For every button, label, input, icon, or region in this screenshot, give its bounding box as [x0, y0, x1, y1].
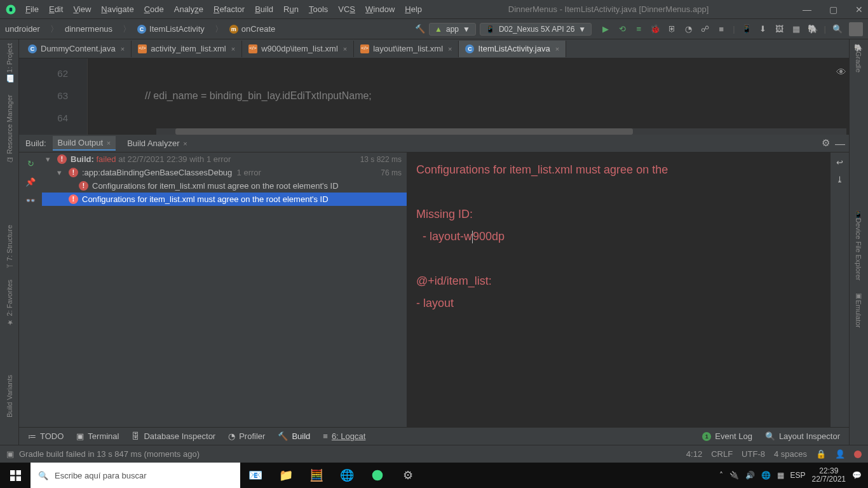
device-selector[interactable]: 📱D02_Nexus 5X API 26▼: [480, 23, 592, 36]
menu-build[interactable]: Build: [255, 4, 273, 14]
close-tab-icon[interactable]: ×: [343, 45, 347, 53]
taskbar-calculator[interactable]: 🧮: [301, 463, 332, 488]
toolwindow-structure[interactable]: ᛘ7: Structure: [6, 225, 13, 268]
tray-volume-icon[interactable]: 🔊: [745, 471, 755, 480]
module-selector[interactable]: ▲app▼: [429, 23, 476, 36]
menu-file[interactable]: File: [25, 4, 39, 14]
start-button[interactable]: [0, 463, 31, 488]
toolwindow-todo[interactable]: ≔ TODO: [28, 431, 64, 441]
attach-debugger-icon[interactable]: ☍: [700, 24, 710, 34]
toolwindow-resource-manager[interactable]: 🗂Resource Manager: [6, 95, 13, 164]
sync-icon[interactable]: 🐘: [808, 24, 818, 34]
menu-analyze[interactable]: Analyze: [174, 4, 203, 14]
filter-icon[interactable]: 👓: [25, 196, 36, 205]
indent-setting[interactable]: 4 spaces: [774, 449, 807, 459]
tab-layout-item-list[interactable]: layout\item_list.xml×: [354, 41, 459, 57]
taskbar-app-other[interactable]: ⚙: [393, 463, 423, 488]
build-task-row[interactable]: ▾ ! :app:dataBindingGenBaseClassesDebug …: [42, 166, 407, 179]
menu-edit[interactable]: Edit: [49, 4, 63, 14]
tray-power-icon[interactable]: 🔌: [729, 471, 739, 480]
menu-help[interactable]: Help: [405, 4, 422, 14]
collapse-icon[interactable]: ▾: [57, 168, 65, 177]
tray-notifications-icon[interactable]: 💬: [852, 471, 862, 480]
line-separator[interactable]: CRLF: [711, 449, 733, 459]
inspection-eye-icon[interactable]: 👁: [836, 61, 846, 83]
build-error-row[interactable]: ! Configurations for item_list.xml must …: [42, 179, 407, 193]
tab-activity-item-list[interactable]: activity_item_list.xml×: [132, 41, 242, 57]
readonly-lock-icon[interactable]: 🔒: [816, 449, 826, 459]
tray-chevron-icon[interactable]: ˄: [719, 471, 723, 480]
menu-refactor[interactable]: Refactor: [214, 4, 245, 14]
taskbar-chrome[interactable]: 🌐: [332, 463, 362, 488]
close-tab-icon[interactable]: ×: [107, 139, 111, 147]
close-tab-icon[interactable]: ×: [555, 45, 559, 53]
toolwindow-event-log[interactable]: 1Event Log: [702, 431, 752, 441]
tab-build-analyzer[interactable]: Build Analyzer ×: [122, 137, 192, 150]
run-icon[interactable]: ▶: [600, 24, 611, 34]
close-button[interactable]: ✕: [855, 4, 863, 15]
tray-clock[interactable]: 22:39 22/7/2021: [812, 467, 846, 484]
close-tab-icon[interactable]: ×: [448, 45, 452, 53]
windows-search[interactable]: 🔍 Escribe aquí para buscar: [31, 463, 240, 488]
sdk-manager-icon[interactable]: ⬇: [758, 24, 768, 34]
breadcrumb-4[interactable]: onCreate: [241, 24, 275, 34]
close-tab-icon[interactable]: ×: [121, 45, 125, 53]
resource-manager-icon[interactable]: 🖼: [775, 24, 785, 34]
search-icon[interactable]: 🔍: [832, 24, 843, 34]
user-avatar[interactable]: [849, 22, 863, 36]
breadcrumb-3[interactable]: ItemListActivity: [149, 24, 205, 34]
menu-view[interactable]: View: [73, 4, 91, 14]
status-icon[interactable]: ▣: [6, 449, 14, 459]
menu-vcs[interactable]: VCS: [338, 4, 355, 14]
breadcrumb-1[interactable]: undroider: [5, 24, 40, 34]
tab-w900dp-item-list[interactable]: w900dp\item_list.xml×: [242, 41, 354, 57]
caret-position[interactable]: 4:12: [686, 449, 702, 459]
toolwindow-favorites[interactable]: ★2: Favorites: [5, 280, 13, 327]
code-editor[interactable]: 62 63 64 👁 // edi_name = binding_bin_lay…: [19, 58, 849, 135]
debug-icon[interactable]: 🐞: [650, 24, 660, 34]
toolwindow-database[interactable]: 🗄 Database Inspector: [132, 431, 215, 441]
toolwindow-profiler[interactable]: ◔ Profiler: [228, 431, 265, 441]
tray-network-icon[interactable]: 🌐: [761, 471, 771, 480]
taskbar-outlook[interactable]: 📧: [240, 463, 271, 488]
scroll-to-end-icon[interactable]: ⤓: [836, 175, 843, 184]
tab-build-output[interactable]: Build Output ×: [53, 136, 116, 151]
coverage-icon[interactable]: ⛨: [667, 24, 677, 34]
file-encoding[interactable]: UTF-8: [742, 449, 765, 459]
maximize-button[interactable]: ▢: [829, 4, 837, 15]
apply-code-icon[interactable]: ≡: [634, 24, 644, 34]
pin-icon[interactable]: 📌: [25, 177, 36, 187]
tray-language[interactable]: ESP: [790, 471, 806, 480]
tray-tiles-icon[interactable]: ▦: [777, 471, 784, 480]
toolwindow-emulator[interactable]: ▣Emulator: [855, 292, 863, 328]
minimize-button[interactable]: —: [803, 4, 811, 15]
code-area[interactable]: 👁 // edi_name = binding_bin_lay.idEdiTxt…: [88, 58, 849, 135]
toolwindow-build-variants[interactable]: Build Variants: [6, 375, 13, 417]
settings-icon[interactable]: ⚙: [822, 137, 830, 149]
error-indicator-icon[interactable]: [854, 451, 862, 458]
inspections-icon[interactable]: 👤: [835, 449, 845, 459]
soft-wrap-icon[interactable]: ↩: [836, 158, 843, 167]
menu-tools[interactable]: Tools: [309, 4, 328, 14]
build-tree[interactable]: ▾ ! Build: failed at 22/7/2021 22:39 wit…: [42, 152, 407, 445]
rerun-icon[interactable]: ↻: [27, 159, 34, 168]
tab-itemlistactivity[interactable]: CItemListActivity.java×: [459, 41, 566, 57]
make-project-icon[interactable]: 🔨: [415, 24, 425, 34]
apply-changes-icon[interactable]: ⟲: [617, 24, 627, 34]
close-tab-icon[interactable]: ×: [231, 45, 235, 53]
hide-panel-icon[interactable]: —: [835, 139, 845, 150]
menu-navigate[interactable]: Navigate: [101, 4, 133, 14]
menu-code[interactable]: Code: [144, 4, 164, 14]
breadcrumb-2[interactable]: dinnermenus: [65, 24, 112, 34]
menu-run[interactable]: Run: [283, 4, 299, 14]
taskbar-android-studio[interactable]: [362, 463, 393, 488]
layout-captures-icon[interactable]: ▦: [791, 24, 801, 34]
tab-dummycontent[interactable]: CDummyContent.java×: [22, 41, 132, 57]
toolwindow-terminal[interactable]: ▣ Terminal: [76, 431, 119, 441]
toolwindow-build[interactable]: 🔨 Build: [278, 431, 310, 441]
toolwindow-gradle[interactable]: 🐘Gradle: [855, 43, 863, 72]
toolwindow-logcat[interactable]: ≡ 6: Logcat: [323, 431, 365, 441]
toolwindow-device-file-explorer[interactable]: 📱Device File Explorer: [855, 210, 863, 280]
build-root-row[interactable]: ▾ ! Build: failed at 22/7/2021 22:39 wit…: [42, 152, 407, 166]
menu-window[interactable]: Window: [365, 4, 395, 14]
